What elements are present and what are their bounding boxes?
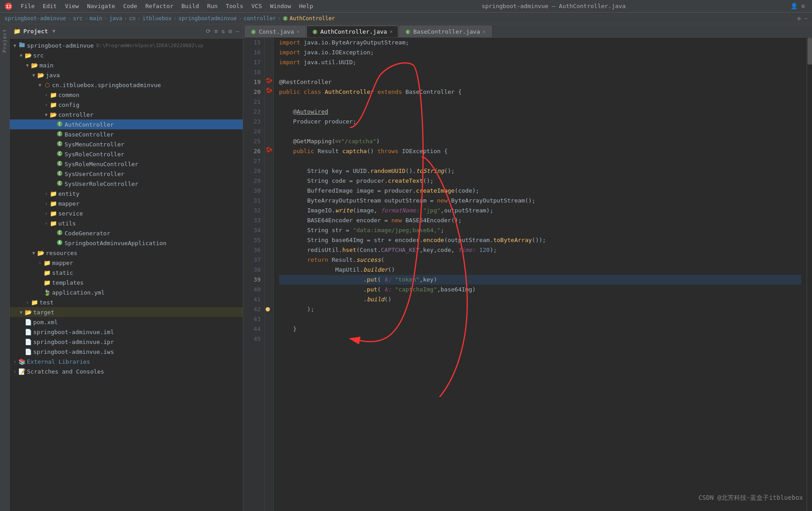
tree-root[interactable]: ▼ springboot-adminvue D:\ProgramWorkSpac… bbox=[10, 40, 243, 50]
code-area[interactable]: import java.io.ByteArrayOutputStream; im… bbox=[274, 38, 807, 511]
tree-utils[interactable]: › 📁 utils bbox=[10, 218, 243, 228]
menu-navigate[interactable]: Navigate bbox=[83, 2, 119, 10]
svg-text:C: C bbox=[59, 152, 61, 156]
tree-src-label: src bbox=[33, 52, 44, 59]
menu-view[interactable]: View bbox=[61, 2, 83, 10]
svg-rect-4 bbox=[19, 43, 25, 47]
tree-entity[interactable]: › 📁 entity bbox=[10, 189, 243, 198]
tree-res-mapper[interactable]: › 📁 mapper bbox=[10, 258, 243, 268]
tab-authcontroller[interactable]: C AuthController.java × bbox=[306, 26, 398, 37]
code-line-36: redisUtil.hset(Const.CAPTCHA_KEY,key,cod… bbox=[279, 245, 801, 255]
folder-icon: 📁 bbox=[13, 28, 21, 35]
close-panel-icon[interactable]: — bbox=[236, 28, 239, 35]
menu-bar: IJ File Edit View Navigate Code Refactor… bbox=[0, 0, 812, 13]
tree-scratches[interactable]: › 📝 Scratches and Consoles bbox=[10, 366, 243, 376]
tree-codegen[interactable]: C CodeGenerator bbox=[10, 228, 243, 238]
tab-const-close[interactable]: × bbox=[297, 29, 300, 35]
sort-icon[interactable]: ⇅ bbox=[222, 28, 225, 35]
tree-sysmenu-label: SysMenuController bbox=[65, 141, 124, 148]
tree-main[interactable]: ▼ 📂 main bbox=[10, 60, 243, 70]
code-line-38: MapUtil.builder() bbox=[279, 265, 801, 275]
tree-iws[interactable]: 📄 springboot-adminvue.iws bbox=[10, 347, 243, 357]
project-panel: 📁 Project ▼ ⟳ ≡ ⇅ ⚙ — ▼ springboot-admin… bbox=[10, 24, 243, 511]
menu-run[interactable]: Run bbox=[204, 2, 221, 10]
tab-basecontroller[interactable]: C BaseController.java × bbox=[399, 26, 491, 37]
filter-icon[interactable]: ≡ bbox=[214, 28, 218, 35]
menu-file[interactable]: File bbox=[17, 2, 38, 10]
breadcrumb-root[interactable]: springboot-adminvue bbox=[4, 15, 66, 22]
tree-package[interactable]: ▼ ⬡ cn.itbluebox.springbootadminvue bbox=[10, 80, 243, 90]
tree-iml[interactable]: 📄 springboot-adminvue.iml bbox=[10, 327, 243, 337]
tree-extlibs[interactable]: › 📚 External Libraries bbox=[10, 357, 243, 366]
menu-tools[interactable]: Tools bbox=[222, 2, 247, 10]
tree-base-controller[interactable]: C BaseController bbox=[10, 129, 243, 139]
scrollbar-thumb[interactable] bbox=[808, 38, 812, 65]
menu-vcs[interactable]: VCS bbox=[248, 2, 265, 10]
tree-target-label: target bbox=[33, 309, 54, 316]
menu-code[interactable]: Code bbox=[120, 2, 141, 10]
tree-service[interactable]: › 📁 service bbox=[10, 208, 243, 218]
settings-gear-icon[interactable]: ⚙ bbox=[228, 28, 232, 35]
tree-auth-controller[interactable]: C AuthController bbox=[10, 119, 243, 129]
tree-templates[interactable]: 📁 templates bbox=[10, 278, 243, 287]
gear-icon[interactable]: ⚙ bbox=[798, 15, 801, 22]
breadcrumb-itbluebox[interactable]: itbluebox bbox=[142, 15, 171, 22]
menu-window[interactable]: Window bbox=[266, 2, 295, 10]
ln-30: 30 bbox=[245, 186, 261, 196]
code-line-26: public Result captcha() throws IOExcepti… bbox=[279, 146, 801, 156]
menu-refactor[interactable]: Refactor bbox=[142, 2, 177, 10]
scrollbar[interactable] bbox=[807, 38, 812, 511]
code-line-25: @GetMapping(⊙∨"/captcha") bbox=[279, 137, 801, 146]
ln-23: 23 bbox=[245, 117, 261, 127]
ln-28: 28 bbox=[245, 166, 261, 176]
ln-37: 37 bbox=[245, 255, 261, 265]
tree-common[interactable]: › 📁 common bbox=[10, 90, 243, 100]
tree-sysrolemenu[interactable]: C SysRoleMenuController bbox=[10, 159, 243, 169]
breadcrumb-java[interactable]: java bbox=[109, 15, 122, 22]
code-line-17: import java.util.UUID; bbox=[279, 57, 801, 67]
ln-27: 27 bbox=[245, 156, 261, 166]
menu-edit[interactable]: Edit bbox=[39, 2, 60, 10]
ln-26: 26 bbox=[245, 146, 261, 156]
breadcrumb-main[interactable]: main bbox=[89, 15, 102, 22]
tree-sysrole[interactable]: C SysRoleController bbox=[10, 149, 243, 159]
ln-40: 40 bbox=[245, 285, 261, 295]
ln-19: 19 bbox=[245, 77, 261, 87]
breadcrumb-controller[interactable]: controller bbox=[244, 15, 276, 22]
tree-java[interactable]: ▼ 📂 java bbox=[10, 70, 243, 80]
tab-auth-close[interactable]: × bbox=[390, 29, 393, 35]
tree-appyml[interactable]: 🍃 application.yml bbox=[10, 287, 243, 297]
tab-const[interactable]: C Const.java × bbox=[245, 26, 306, 37]
tree-sysmenu[interactable]: C SysMenuController bbox=[10, 139, 243, 149]
sync-icon[interactable]: ⟳ bbox=[206, 28, 211, 35]
tree-src[interactable]: ▼ 📂 src bbox=[10, 50, 243, 60]
ln-44: 44 bbox=[245, 324, 261, 334]
menu-build[interactable]: Build bbox=[178, 2, 203, 10]
tree-resources[interactable]: ▼ 📂 resources bbox=[10, 248, 243, 258]
code-line-30: BufferedImage image = producer.createIma… bbox=[279, 186, 801, 196]
svg-text:C: C bbox=[284, 17, 286, 21]
breadcrumb-src[interactable]: src bbox=[73, 15, 83, 22]
breadcrumb-current[interactable]: AuthController bbox=[289, 15, 335, 22]
sidebar-toggle[interactable]: Project bbox=[0, 24, 10, 511]
minimize-icon[interactable]: — bbox=[804, 15, 808, 22]
tree-static[interactable]: 📁 static bbox=[10, 268, 243, 278]
tab-base-close[interactable]: × bbox=[483, 29, 486, 35]
tree-sysuserrole[interactable]: C SysUserRoleController bbox=[10, 179, 243, 189]
tree-sysuser[interactable]: C SysUserController bbox=[10, 169, 243, 179]
tab-const-label: Const.java bbox=[259, 28, 294, 35]
breadcrumb-cn[interactable]: cn bbox=[129, 15, 135, 22]
menu-help[interactable]: Help bbox=[296, 2, 317, 10]
tree-pomxml[interactable]: 📄 pom.xml bbox=[10, 317, 243, 327]
breadcrumb-package[interactable]: springbootadminvue bbox=[179, 15, 237, 22]
user-icon: 👤 bbox=[790, 3, 798, 9]
tree-mapper[interactable]: › 📁 mapper bbox=[10, 198, 243, 208]
tree-config[interactable]: › 📁 config bbox=[10, 100, 243, 110]
tree-target[interactable]: ▼ 📂 target bbox=[10, 307, 243, 317]
tree-ipr[interactable]: 📄 springboot-adminvue.ipr bbox=[10, 337, 243, 347]
tree-controller[interactable]: ▼ 📂 controller bbox=[10, 110, 243, 119]
tree-test[interactable]: › 📁 test bbox=[10, 297, 243, 307]
tree-sysuserrole-label: SysUserRoleController bbox=[65, 181, 138, 187]
tree-app[interactable]: A SpringbootAdminvueApplication bbox=[10, 238, 243, 248]
tree-base-label: BaseController bbox=[65, 131, 114, 138]
